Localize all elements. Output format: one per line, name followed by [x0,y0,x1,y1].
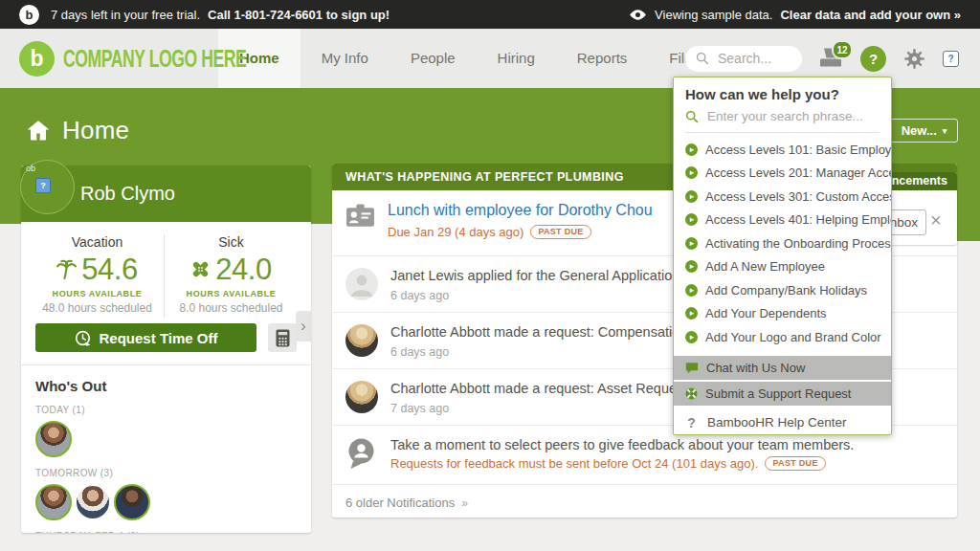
request-time-off-button[interactable]: Request Time Off [35,323,256,352]
play-icon: ▸ [685,307,698,320]
sick-balance[interactable]: Sick 24.0 HOURS AVAILABLE 8.0 hours sche… [165,234,298,318]
search-icon [696,52,709,65]
help-article[interactable]: ▸Access Levels 401: Helping Employee... [674,209,891,232]
play-icon: ▸ [685,260,698,273]
nav-tabs: Home My Info People Hiring Reports Files [218,29,721,88]
feedback-bubble-icon [345,437,378,470]
help-article[interactable]: ▸Activating the Onboarding Process [674,231,891,255]
help-article[interactable]: ▸Access Levels 101: Basic Employee A... [674,138,891,162]
eye-icon [629,9,647,21]
avatar-alt-text: ob [26,164,35,173]
home-icon [27,120,50,142]
new-button[interactable]: New... ▾ [890,119,958,143]
avatar [345,324,378,357]
play-icon: ▸ [685,143,698,156]
company-logo-text: COMPANY LOGO HERE [63,44,246,73]
help-article[interactable]: ▸Add Your Dependents [674,302,891,326]
past-due-badge: PAST DUE [765,456,825,471]
palm-tree-icon [56,259,77,279]
trial-message: 7 days left in your free trial. [51,8,200,22]
avatar[interactable] [114,484,150,520]
help-beacon-icon[interactable]: ? [943,51,959,67]
whos-out-title: Who's Out [35,378,297,394]
expand-balances-tab[interactable]: › [296,311,311,342]
help-article[interactable]: ▸Access Levels 301: Custom Access Le... [674,185,891,209]
company-logo-icon: b [19,41,55,77]
settings-gear-icon[interactable] [902,47,926,71]
id-card-icon [345,204,375,228]
help-search[interactable] [685,108,880,133]
company-logo[interactable]: b COMPANY LOGO HERE [19,41,211,77]
clock-request-icon [75,330,91,346]
notifications-inbox-button[interactable]: 12 [818,47,844,70]
avatar [345,381,378,413]
task-link[interactable]: Lunch with employee for Dorothy Chou [388,202,653,219]
feedback-warning: Requests for feedback must be sent befor… [390,456,758,471]
chat-with-us-button[interactable]: Chat with Us Now [674,356,891,380]
play-icon: ▸ [685,213,698,226]
search-icon [685,110,699,123]
time-off-balances: Vacation 54.6 HOURS AVAILABLE 48.0 hours… [21,222,311,318]
person-placeholder-icon [345,268,378,300]
life-ring-icon [685,387,698,400]
employee-avatar[interactable]: ob ? [20,160,75,214]
whos-out-group-label: THURSDAY, FEB 4 (3) [35,531,297,533]
trial-bar: b 7 days left in your free trial. Call 1… [0,0,980,29]
time-off-calculator-button[interactable] [268,323,297,352]
help-button[interactable]: ? [860,46,886,72]
help-title: How can we help you? [674,77,891,107]
help-article[interactable]: ▸Add Your Logo and Brand Color [674,325,891,349]
play-icon: ▸ [685,284,698,297]
tab-people[interactable]: People [390,29,477,88]
tab-my-info[interactable]: My Info [301,29,390,88]
search-input[interactable] [716,50,796,67]
help-article[interactable]: ▸Add Company/Bank Holidays [674,278,891,302]
avatar[interactable] [35,484,72,520]
play-icon: ▸ [685,237,698,250]
chevron-down-icon: ▾ [943,126,947,136]
clear-data-link[interactable]: Clear data and add your own » [780,8,961,22]
whos-out-widget: Who's Out TODAY (1) TOMORROW (3) THURSDA… [21,365,311,533]
tab-hiring[interactable]: Hiring [477,29,556,88]
play-icon: ▸ [685,190,698,203]
sample-data-note: Viewing sample data. [655,8,772,22]
help-center-link[interactable]: ? BambooHR Help Center [674,408,891,437]
older-notifications-link[interactable]: 6 older Notifications [345,496,455,510]
past-due-badge: PAST DUE [530,225,590,239]
whos-out-group-label: TODAY (1) [35,405,297,415]
play-icon: ▸ [685,166,698,179]
help-dropdown: How can we help you? ▸Access Levels 101:… [673,77,892,435]
chevron-right-icon: » [461,496,468,510]
close-icon[interactable]: × [930,210,942,230]
broken-image-icon: ? [35,178,51,193]
vacation-balance[interactable]: Vacation 54.6 HOURS AVAILABLE 48.0 hours… [31,234,165,318]
avatar[interactable] [75,484,111,520]
hero-strip [957,224,980,241]
page-title: Home [62,116,129,145]
calculator-icon [276,329,290,347]
bandage-icon [190,259,211,279]
notification-count-badge: 12 [832,40,853,59]
help-article-list: ▸Access Levels 101: Basic Employee A... … [674,133,891,351]
play-icon: ▸ [685,331,698,343]
global-search[interactable] [685,46,802,72]
employee-name[interactable]: Rob Clymo [80,183,175,205]
tab-reports[interactable]: Reports [556,29,649,88]
help-article[interactable]: ▸Access Levels 201: Manager Access [674,162,891,186]
trial-cta[interactable]: Call 1-801-724-6601 to sign up! [208,8,390,22]
employee-widget: Rob Clymo Vacation 54.6 HOURS AVAILABLE … [21,165,311,533]
question-icon: ? [685,415,698,430]
whos-out-group-label: TOMORROW (3) [35,468,297,478]
avatar[interactable] [35,421,72,457]
help-article[interactable]: ▸Add A New Employee [674,255,891,279]
help-search-input[interactable] [705,108,880,124]
submit-support-request-button[interactable]: Submit a Support Request [674,382,891,406]
chat-bubble-icon [685,362,699,374]
bamboohr-logo-icon: b [19,5,39,25]
due-date: Due Jan 29 (4 days ago) [388,225,523,239]
